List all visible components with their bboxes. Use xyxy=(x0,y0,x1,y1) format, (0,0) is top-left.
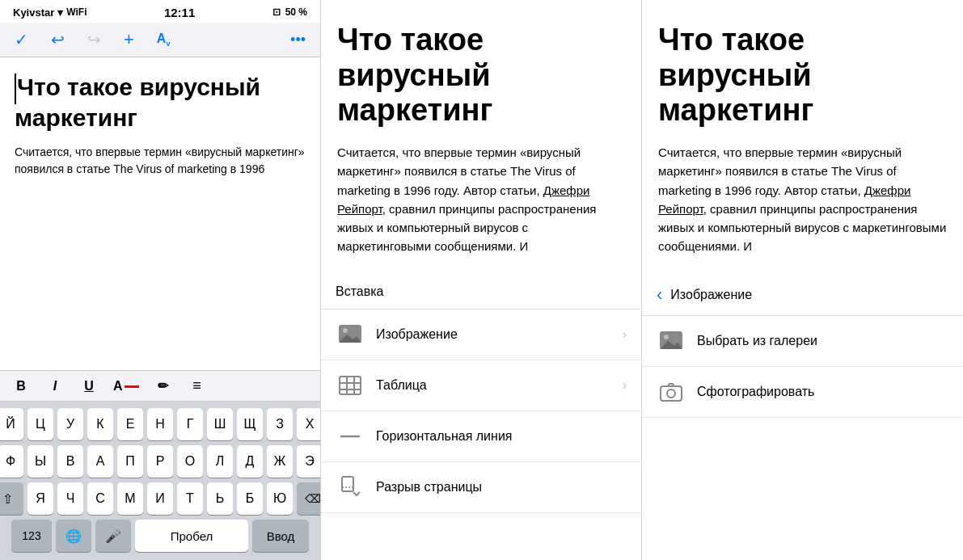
table-menu-label: Таблица xyxy=(376,378,623,393)
back-button[interactable]: ‹ xyxy=(657,284,662,305)
format-button[interactable]: Av xyxy=(154,30,174,49)
author-link-3: Джефри Рейпорт xyxy=(658,183,910,216)
color-bar xyxy=(125,385,139,388)
cursor-indicator xyxy=(15,74,16,104)
phone3-document-body: Считается, что впервые термин «вирусный … xyxy=(658,143,947,256)
menu-item-gallery[interactable]: Выбрать из галереи xyxy=(642,316,963,367)
key-м[interactable]: М xyxy=(117,482,143,515)
menu-item-camera[interactable]: Сфотографировать xyxy=(642,367,963,418)
undo-button[interactable]: ↩ xyxy=(48,28,68,51)
key-у[interactable]: У xyxy=(57,408,83,440)
document-body: Считается, что впервые термин «вирусный … xyxy=(15,144,306,178)
menu-item-line[interactable]: Горизонтальная линия xyxy=(321,411,641,462)
key-л[interactable]: Л xyxy=(207,445,233,478)
italic-button[interactable]: I xyxy=(45,377,65,395)
document-area: Что такое вирусный маркетинг Считается, … xyxy=(0,57,320,370)
line-icon xyxy=(336,422,365,451)
redo-button[interactable]: ↪ xyxy=(84,28,104,51)
enter-key[interactable]: Ввод xyxy=(252,520,309,552)
key-т[interactable]: Т xyxy=(177,482,203,515)
more-button[interactable]: ••• xyxy=(287,30,309,50)
phone2-document-title: Что такое вирусный маркетинг xyxy=(337,23,625,128)
add-button[interactable]: + xyxy=(120,27,137,52)
phone-1: Kyivstar ▾ WiFi 12:11 ⊡ 50 % ✓ ↩ ↪ + Av … xyxy=(0,0,321,560)
key-н[interactable]: Н xyxy=(147,408,173,440)
key-ч[interactable]: Ч xyxy=(57,482,83,515)
key-ф[interactable]: Ф xyxy=(0,445,23,478)
key-щ[interactable]: Щ xyxy=(237,408,263,440)
bold-button[interactable]: B xyxy=(11,377,31,395)
battery-label: 50 % xyxy=(285,6,307,18)
delete-key[interactable]: ⌫ xyxy=(297,482,321,515)
color-a-label: A xyxy=(113,379,123,394)
list-button[interactable]: ≡ xyxy=(188,376,207,396)
key-к[interactable]: К xyxy=(87,408,113,440)
battery-icon: ⊡ xyxy=(272,6,281,18)
key-ц[interactable]: Ц xyxy=(27,408,53,440)
key-г[interactable]: Г xyxy=(177,408,203,440)
status-left: Kyivstar ▾ WiFi xyxy=(13,6,87,19)
key-ж[interactable]: Ж xyxy=(267,445,293,478)
key-е[interactable]: Е xyxy=(117,408,143,440)
globe-key[interactable]: 🌐 xyxy=(56,520,91,552)
status-bar: Kyivstar ▾ WiFi 12:11 ⊡ 50 % xyxy=(0,0,320,23)
checkmark-button[interactable]: ✓ xyxy=(11,28,32,51)
signal-icon: ▾ xyxy=(57,6,63,19)
carrier-label: Kyivstar xyxy=(13,6,54,19)
underline-button[interactable]: U xyxy=(79,377,99,395)
table-icon xyxy=(336,371,365,400)
key-с[interactable]: С xyxy=(87,482,113,515)
keyboard-row-3: ⇧ Я Ч С М И Т Ь Б Ю ⌫ xyxy=(3,482,317,515)
key-а[interactable]: А xyxy=(87,445,113,478)
key-в[interactable]: В xyxy=(57,445,83,478)
key-з[interactable]: З xyxy=(267,408,293,440)
key-д[interactable]: Д xyxy=(237,445,263,478)
gallery-menu-label: Выбрать из галереи xyxy=(697,334,948,348)
key-р[interactable]: Р xyxy=(147,445,173,478)
svg-rect-3 xyxy=(340,377,361,394)
svg-rect-9 xyxy=(342,477,353,491)
key-й[interactable]: Й xyxy=(0,408,23,440)
mic-key[interactable]: 🎤 xyxy=(95,520,131,552)
insert-menu-title: Вставка xyxy=(336,284,627,299)
menu-item-pagebreak[interactable]: Разрыв страницы xyxy=(321,462,641,513)
phone-2: Что такое вирусный маркетинг Считается, … xyxy=(321,0,642,560)
svg-rect-14 xyxy=(661,386,682,401)
time-label: 12:11 xyxy=(164,6,195,19)
image-submenu-title: Изображение xyxy=(670,288,948,302)
image-submenu-header: ‹ Изображение xyxy=(642,275,963,316)
key-о[interactable]: О xyxy=(177,445,203,478)
status-right: ⊡ 50 % xyxy=(272,6,307,18)
key-э[interactable]: Э xyxy=(297,445,321,478)
author-link: Джефри Рейпорт xyxy=(337,183,589,216)
gallery-icon xyxy=(657,326,686,356)
key-х[interactable]: Х xyxy=(297,408,321,440)
text-color-control[interactable]: A xyxy=(113,379,139,394)
keyboard-row-2: Ф Ы В А П Р О Л Д Ж Э xyxy=(3,445,317,478)
shift-key[interactable]: ⇧ xyxy=(0,482,23,515)
insert-menu-header: Вставка xyxy=(321,275,641,309)
key-я[interactable]: Я xyxy=(27,482,53,515)
document-title: Что такое вирусный маркетинг xyxy=(15,74,306,133)
toolbar: ✓ ↩ ↪ + Av ••• xyxy=(0,23,320,57)
pagebreak-menu-label: Разрыв страницы xyxy=(376,480,627,495)
key-б[interactable]: Б xyxy=(237,482,263,515)
key-ш[interactable]: Ш xyxy=(207,408,233,440)
camera-menu-label: Сфотографировать xyxy=(697,385,948,399)
pencil-button[interactable]: ✏ xyxy=(154,377,173,395)
key-ь[interactable]: Ь xyxy=(207,482,233,515)
format-bar: B I U A ✏ ≡ xyxy=(0,370,320,402)
menu-item-image[interactable]: Изображение › xyxy=(321,309,641,360)
phone3-document-area: Что такое вирусный маркетинг Считается, … xyxy=(642,0,963,275)
image-icon xyxy=(336,320,365,349)
key-п[interactable]: П xyxy=(117,445,143,478)
key-ы[interactable]: Ы xyxy=(27,445,53,478)
numbers-key[interactable]: 123 xyxy=(11,520,52,552)
line-menu-label: Горизонтальная линия xyxy=(376,429,627,444)
space-key[interactable]: Пробел xyxy=(135,520,248,552)
wifi-icon: WiFi xyxy=(66,6,87,18)
menu-item-table[interactable]: Таблица › xyxy=(321,360,641,411)
phone2-document-body: Считается, что впервые термин «вирусный … xyxy=(337,143,625,256)
key-ю[interactable]: Ю xyxy=(267,482,293,515)
key-и[interactable]: И xyxy=(147,482,173,515)
